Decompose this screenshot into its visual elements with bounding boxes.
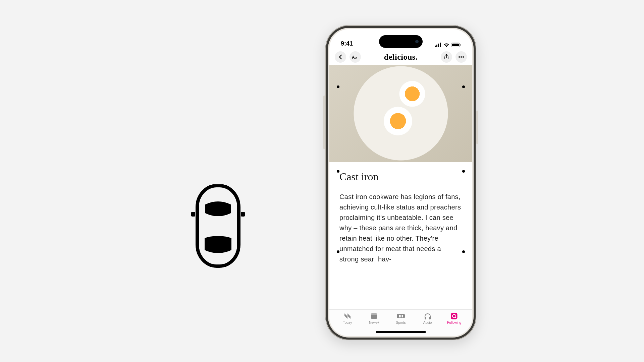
svg-rect-1 [241,212,245,217]
newsplus-icon [370,312,378,320]
svg-rect-9 [460,44,461,46]
svg-rect-22 [429,317,431,319]
tab-label: Today [343,321,352,324]
svg-point-13 [461,56,462,58]
svg-rect-20 [402,315,403,317]
tab-label: Following [447,321,461,324]
svg-rect-4 [436,45,437,47]
svg-rect-8 [452,44,459,46]
more-icon [458,56,464,58]
tab-following[interactable]: Following [443,312,465,324]
article-content[interactable]: Cast iron Cast iron cookware has legions… [329,162,472,309]
tab-newsplus[interactable]: News+ [363,312,385,324]
svg-rect-2 [197,186,239,266]
svg-rect-16 [371,313,377,315]
news-icon [343,312,352,320]
marker-dot [462,85,465,88]
tab-label: Sports [396,321,406,324]
status-time: 9:41 [341,40,353,47]
share-button[interactable] [441,51,452,63]
headphones-icon [424,312,432,320]
svg-text:A: A [352,55,355,60]
tab-label: News+ [369,321,379,324]
svg-rect-21 [425,317,426,319]
publication-title: delicious. [384,53,418,62]
svg-text:A: A [355,56,357,59]
svg-rect-0 [191,212,195,217]
sports-icon [396,313,405,319]
svg-rect-19 [400,315,401,317]
marker-dot [337,170,339,173]
marker-dot [337,250,339,253]
svg-rect-5 [438,44,439,47]
article-hero-image [329,65,472,162]
back-button[interactable] [335,51,346,63]
svg-rect-6 [440,43,441,47]
chevron-left-icon [338,54,343,60]
svg-point-12 [459,56,460,58]
share-icon [444,54,449,60]
cellular-icon [435,43,441,47]
battery-icon [451,43,461,47]
status-indicators [435,43,461,47]
following-icon [450,312,458,320]
car-top-icon [191,184,245,268]
article-body: Cast iron cookware has legions of fans, … [339,192,462,264]
stage: 9:41 AA delicious. [0,0,644,362]
phone-screen: 9:41 AA delicious. [329,29,472,336]
tab-label: Audio [423,321,432,324]
dynamic-island [379,35,423,48]
svg-rect-18 [399,315,400,317]
marker-dot [337,85,339,88]
article-title: Cast iron [339,171,462,183]
more-button[interactable] [455,51,467,63]
nav-bar: AA delicious. [329,49,472,65]
tab-audio[interactable]: Audio [417,312,438,324]
tab-sports[interactable]: Sports [390,312,412,324]
phone-frame: 9:41 AA delicious. [325,25,476,340]
tab-today[interactable]: Today [337,312,358,324]
svg-point-14 [463,56,464,58]
home-indicator[interactable] [376,331,426,333]
marker-dot [462,250,465,253]
marker-dot [462,170,465,173]
text-size-icon: AA [352,54,359,60]
svg-rect-3 [435,46,436,47]
wifi-icon [443,43,449,47]
text-size-button[interactable]: AA [350,51,361,63]
